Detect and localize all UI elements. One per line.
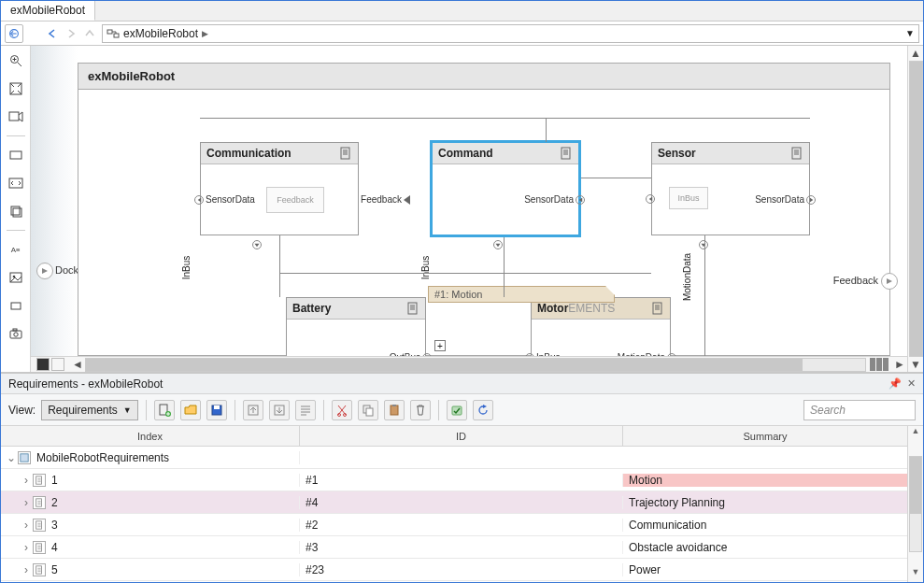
view-mode-icons[interactable]	[866, 358, 892, 371]
nav-up-button[interactable]	[81, 25, 98, 42]
port-command-sensordata[interactable]: SensorData	[524, 194, 585, 205]
expander-icon[interactable]: ⌄	[5, 451, 18, 464]
hscroll-left-icon[interactable]: ◄	[70, 358, 85, 371]
svg-point-28	[337, 413, 340, 416]
svg-rect-20	[408, 303, 417, 314]
copy-button[interactable]	[358, 400, 378, 420]
breadcrumb-dropdown-icon[interactable]: ▼	[905, 28, 915, 38]
table-row[interactable]: ›4#3Obstacle avoidance	[1, 536, 907, 559]
hscroll-right-icon[interactable]: ►	[892, 358, 907, 371]
justify-button[interactable]	[295, 400, 316, 420]
canvas-tool-strip: A≡	[1, 46, 31, 372]
view-hierarchy-icon[interactable]	[36, 358, 50, 371]
nav-back-button[interactable]	[44, 25, 61, 42]
table-row[interactable]: ›3#2Communication	[1, 514, 907, 536]
block-communication[interactable]: Communication SensorData Feed	[200, 142, 359, 235]
canvas-vscroll[interactable]: ▲ ▼	[907, 46, 923, 372]
diagram-canvas[interactable]: Docking exMobileRobot Feedback	[31, 46, 907, 356]
add-port-icon[interactable]: +	[434, 340, 446, 351]
port-battery-outbus[interactable]: OutBus	[390, 352, 432, 356]
svg-rect-18	[562, 148, 570, 159]
expander-icon[interactable]: ›	[20, 563, 33, 576]
port-command-inbus[interactable]	[493, 240, 503, 249]
nav-forward-button[interactable]	[63, 25, 79, 42]
external-port-feedback[interactable]	[881, 273, 898, 290]
open-folder-button[interactable]	[180, 400, 201, 420]
table-row[interactable]: ›2#4Trajectory Planning	[1, 491, 907, 514]
requirements-table[interactable]: Index ID Summary ⌄ MobileRobotRequiremen…	[1, 426, 907, 582]
close-icon[interactable]: ✕	[907, 377, 916, 390]
expander-icon[interactable]: ›	[20, 519, 33, 532]
table-row[interactable]: ›1#1Motion	[1, 469, 907, 491]
check-button[interactable]	[447, 400, 467, 420]
block-sensor[interactable]: Sensor InBus	[651, 142, 810, 235]
annotation-motion[interactable]: #1: Motion	[428, 286, 615, 303]
block-command[interactable]: Command SensorData	[430, 140, 581, 237]
search-input[interactable]: Search	[803, 400, 916, 420]
req-icon	[33, 519, 46, 532]
root-component[interactable]: exMobileRobot Feedback Communication	[78, 63, 890, 356]
svg-rect-6	[10, 151, 21, 159]
expander-icon[interactable]: ›	[20, 541, 33, 554]
port-motor-motiondata[interactable]: MotionData	[618, 352, 676, 356]
save-button[interactable]	[206, 400, 227, 420]
promote-button[interactable]	[243, 400, 263, 420]
table-row[interactable]: ›5#23Power	[1, 559, 907, 581]
stack-tool-icon[interactable]	[7, 202, 25, 220]
col-header-index[interactable]: Index	[1, 426, 300, 446]
port-sensor-motiondata-label: MotionData	[682, 253, 692, 301]
requirements-toolbar: View: Requirements▼ Search	[1, 394, 923, 426]
svg-rect-19	[792, 148, 801, 159]
svg-rect-8	[11, 206, 20, 215]
col-header-summary[interactable]: Summary	[623, 426, 907, 446]
expander-icon[interactable]: ›	[20, 474, 33, 487]
refresh-button[interactable]	[473, 400, 493, 420]
port-communication-feedback[interactable]: Feedback	[361, 194, 410, 205]
view-notes-icon[interactable]	[51, 358, 64, 371]
fit-tool-icon[interactable]	[7, 79, 25, 98]
svg-point-29	[343, 413, 346, 416]
home-button[interactable]	[5, 24, 23, 43]
camera-tool-icon[interactable]	[7, 324, 25, 343]
cut-button[interactable]	[332, 400, 352, 420]
table-row-root[interactable]: ⌄ MobileRobotRequirements	[1, 447, 907, 469]
pin-icon[interactable]: 📌	[888, 377, 902, 390]
breadcrumb[interactable]: exMobileRobot ▶ ▼	[102, 24, 919, 43]
svg-rect-9	[13, 208, 21, 217]
port-motor-inbus[interactable]: InBus	[525, 352, 561, 356]
requirements-panel: Requirements - exMobileRobot 📌 ✕ View: R…	[1, 373, 923, 582]
external-port-docking[interactable]	[36, 263, 53, 279]
image-tool-icon[interactable]	[7, 268, 25, 287]
delete-button[interactable]	[410, 400, 431, 420]
col-header-id[interactable]: ID	[300, 426, 623, 446]
port-sensor-sensordata[interactable]: SensorData	[755, 194, 816, 205]
screenshot-tool-icon[interactable]	[7, 107, 25, 126]
requirements-vscroll[interactable]: ▲ ▼	[907, 426, 923, 582]
paste-button[interactable]	[384, 400, 405, 420]
svg-rect-5	[9, 112, 19, 121]
code-tool-icon[interactable]	[7, 174, 25, 192]
port-communication-sensordata[interactable]: SensorData	[194, 194, 255, 205]
port-communication-inbus[interactable]	[252, 240, 262, 249]
demote-button[interactable]	[269, 400, 290, 420]
block-motor[interactable]: MotorEMENTS InBus MotionData	[531, 297, 671, 356]
block-battery[interactable]: Battery OutBus +	[286, 297, 426, 356]
svg-rect-13	[11, 303, 21, 309]
zoom-tool-icon[interactable]	[7, 51, 25, 70]
rect-tool-icon[interactable]	[7, 146, 25, 164]
table-header: Index ID Summary	[1, 426, 907, 447]
view-dropdown[interactable]: Requirements▼	[41, 400, 138, 420]
port-sensor-inbus[interactable]	[646, 194, 655, 204]
new-req-button[interactable]	[154, 400, 175, 420]
external-port-feedback-label: Feedback	[833, 275, 878, 286]
requirements-panel-title: Requirements - exMobileRobot	[8, 377, 163, 391]
editor-tab[interactable]: exMobileRobot	[1, 1, 95, 21]
expander-icon[interactable]: ›	[20, 496, 33, 509]
note-icon	[560, 147, 573, 160]
canvas-hscroll[interactable]: ◄ ►	[31, 356, 907, 372]
svg-rect-25	[214, 405, 220, 409]
text-tool-icon[interactable]: A≡	[7, 240, 25, 259]
box-tool-2-icon[interactable]	[7, 296, 25, 315]
breadcrumb-root[interactable]: exMobileRobot	[123, 27, 198, 40]
port-sensor-motiondata[interactable]	[699, 240, 708, 249]
